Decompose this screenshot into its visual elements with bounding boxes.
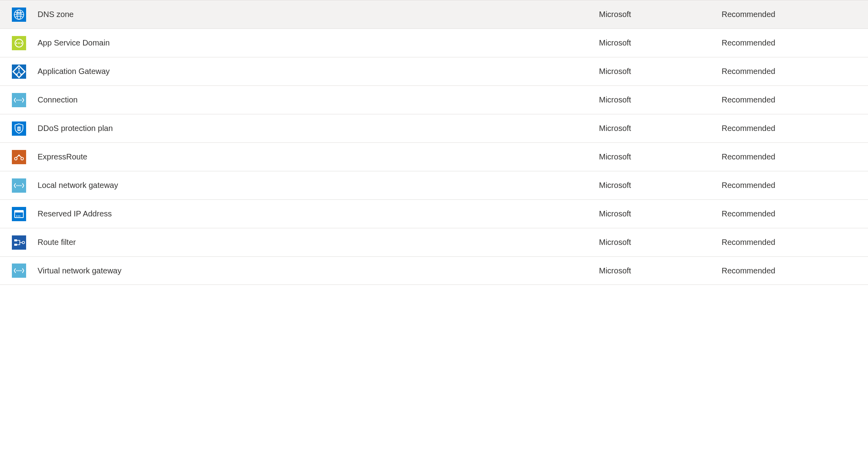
resource-name: Virtual network gateway [30, 266, 599, 275]
table-row[interactable]: App Service Domain Microsoft Recommended [0, 28, 868, 57]
expressroute-icon [12, 150, 26, 164]
svg-point-14 [16, 73, 18, 75]
svg-text:DNS: DNS [16, 11, 22, 14]
virtual-network-gateway-icon [12, 264, 26, 278]
resource-useful: Recommended [722, 266, 856, 275]
svg-point-31 [18, 185, 19, 186]
reserved-ip-icon [12, 207, 26, 221]
svg-rect-40 [14, 239, 17, 241]
resource-useful: Recommended [722, 10, 856, 19]
svg-rect-35 [15, 210, 23, 212]
resource-publisher: Microsoft [599, 181, 722, 190]
table-row[interactable]: ExpressRoute Microsoft Recommended [0, 142, 868, 171]
resource-publisher: Microsoft [599, 95, 722, 104]
resource-useful: Recommended [722, 209, 856, 218]
resource-publisher: Microsoft [599, 124, 722, 133]
svg-point-37 [18, 215, 19, 216]
svg-point-17 [16, 99, 17, 100]
table-row[interactable]: Application Gateway Microsoft Recommende… [0, 57, 868, 85]
table-row[interactable]: Virtual network gateway Microsoft Recomm… [0, 256, 868, 285]
svg-point-30 [16, 185, 17, 186]
table-row[interactable]: Route filter Microsoft Recommended [0, 228, 868, 256]
resource-useful: Recommended [722, 152, 856, 161]
resource-type-table: DNS DNS zone Microsoft Recommended App S… [0, 0, 868, 285]
resource-publisher: Microsoft [599, 238, 722, 247]
table-row[interactable]: DNS DNS zone Microsoft Recommended [0, 0, 868, 28]
svg-point-8 [18, 42, 20, 44]
local-network-gateway-icon [12, 178, 26, 193]
resource-useful: Recommended [722, 124, 856, 133]
svg-point-36 [16, 215, 17, 216]
svg-point-7 [16, 42, 17, 44]
resource-name: Reserved IP Address [30, 209, 599, 218]
table-row[interactable]: DDoS protection plan Microsoft Recommend… [0, 114, 868, 142]
ddos-protection-icon [12, 121, 26, 136]
table-row[interactable]: Reserved IP Address Microsoft Recommende… [0, 199, 868, 228]
svg-point-9 [21, 42, 22, 44]
svg-rect-25 [12, 150, 26, 164]
resource-publisher: Microsoft [599, 152, 722, 161]
svg-point-18 [18, 99, 19, 100]
svg-point-28 [18, 154, 20, 156]
resource-name: Local network gateway [30, 181, 599, 190]
route-filter-icon [12, 235, 26, 250]
svg-point-46 [18, 270, 19, 271]
svg-rect-33 [12, 207, 26, 221]
svg-point-38 [19, 215, 21, 216]
resource-publisher: Microsoft [599, 67, 722, 76]
resource-useful: Recommended [722, 67, 856, 76]
resource-name: App Service Domain [30, 38, 599, 47]
svg-point-32 [20, 185, 21, 186]
resource-publisher: Microsoft [599, 209, 722, 218]
svg-rect-41 [14, 244, 17, 246]
resource-name: Route filter [30, 238, 599, 247]
svg-point-45 [16, 270, 17, 271]
resource-publisher: Microsoft [599, 10, 722, 19]
application-gateway-icon [12, 64, 26, 79]
resource-name: DNS zone [30, 10, 599, 19]
connection-icon [12, 93, 26, 107]
table-row[interactable]: Connection Microsoft Recommended [0, 85, 868, 114]
svg-point-47 [20, 270, 21, 271]
resource-name: Application Gateway [30, 67, 599, 76]
app-service-domain-icon [12, 36, 26, 50]
resource-useful: Recommended [722, 181, 856, 190]
dns-zone-icon: DNS [12, 8, 26, 22]
svg-point-13 [18, 68, 20, 69]
table-row[interactable]: Local network gateway Microsoft Recommen… [0, 171, 868, 199]
svg-point-19 [20, 99, 21, 100]
resource-name: ExpressRoute [30, 152, 599, 161]
resource-name: Connection [30, 95, 599, 104]
resource-publisher: Microsoft [599, 266, 722, 275]
resource-useful: Recommended [722, 95, 856, 104]
resource-useful: Recommended [722, 238, 856, 247]
resource-useful: Recommended [722, 38, 856, 47]
svg-point-15 [20, 73, 22, 75]
svg-rect-39 [12, 235, 26, 250]
resource-name: DDoS protection plan [30, 124, 599, 133]
resource-publisher: Microsoft [599, 38, 722, 47]
